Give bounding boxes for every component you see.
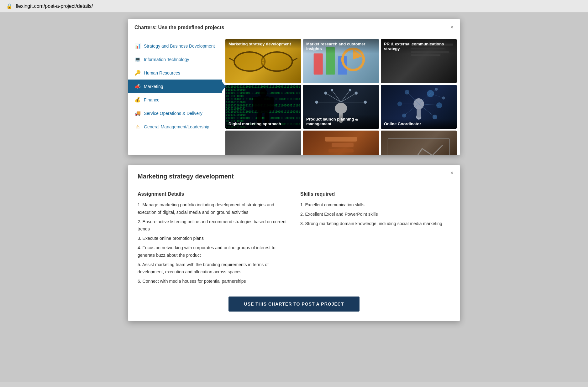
marketing-icon: 📣 — [134, 83, 141, 89]
nav-label-finance: Finance — [144, 97, 160, 102]
use-charter-button[interactable]: USE THIS CHARTER TO POST A PROJECT — [228, 297, 360, 312]
card-label-pr-comms: PR & external communications strategy — [381, 39, 457, 54]
nav-label-strategy: Strategy and Business Development — [144, 44, 215, 49]
nav-label-hr: Human Resources — [144, 70, 180, 75]
svg-line-29 — [341, 90, 350, 102]
finance-icon: 💰 — [134, 97, 141, 103]
svg-point-15 — [260, 89, 267, 97]
charters-modal: Charters: Use the predefined projects × … — [128, 19, 460, 155]
svg-point-35 — [349, 89, 351, 91]
modal-nav: 📊 Strategy and Business Development 💻 In… — [128, 36, 222, 155]
card-pr-comms[interactable]: PR & external communications strategy — [381, 39, 457, 83]
browser-url: flexingit.com/post-a-project/details/ — [16, 3, 93, 9]
modal-header: Charters: Use the predefined projects × — [128, 19, 460, 36]
card-label-market-research: Market research and customer insights — [303, 39, 379, 54]
svg-point-23 — [335, 103, 347, 114]
general-mgmt-icon: ⚠ — [134, 124, 141, 130]
hr-icon: 🔑 — [134, 70, 141, 76]
svg-line-24 — [326, 93, 341, 102]
strategy-icon: 📊 — [134, 43, 141, 49]
card-brand-marketing[interactable]: Brand marketing consultant — [303, 131, 379, 155]
assignment-section: Assignment Details 1. Manage marketing p… — [138, 191, 288, 287]
service-ops-icon: 🚚 — [134, 110, 141, 116]
assignment-section-title: Assignment Details — [138, 191, 288, 197]
svg-line-28 — [332, 90, 341, 102]
nav-item-general-mgmt[interactable]: ⚠ General Management/Leadership — [128, 120, 222, 133]
nav-label-it: Information Technology — [144, 57, 189, 62]
svg-point-33 — [364, 101, 367, 104]
svg-point-6 — [262, 53, 292, 70]
svg-rect-14 — [411, 54, 440, 56]
browser-bar: 🔒 flexingit.com/post-a-project/details/ — [0, 0, 588, 13]
svg-point-5 — [235, 53, 265, 70]
lock-icon: 🔒 — [6, 3, 13, 9]
svg-point-32 — [315, 101, 318, 104]
svg-rect-16 — [257, 96, 270, 113]
svg-line-25 — [341, 93, 356, 102]
svg-line-47 — [419, 104, 435, 117]
card-marketing-strategy[interactable]: Marketing strategy development — [225, 39, 301, 83]
card-consultant-comms[interactable]: Consultant Communications — [225, 131, 301, 155]
card-label-online-coordinator: Online Coordinator — [381, 119, 457, 129]
nav-item-finance[interactable]: 💰 Finance — [128, 93, 222, 106]
nav-item-service-ops[interactable]: 🚚 Service Operations & Delivery — [128, 106, 222, 120]
skills-details-text: 1. Excellent communication skills2. Exce… — [300, 201, 450, 227]
svg-rect-55 — [325, 137, 357, 142]
svg-rect-57 — [328, 149, 354, 152]
svg-rect-7 — [314, 54, 323, 75]
detail-close-button[interactable]: × — [450, 170, 454, 176]
svg-line-3 — [229, 58, 234, 61]
detail-columns: Assignment Details 1. Manage marketing p… — [138, 191, 450, 287]
svg-rect-58 — [388, 138, 449, 155]
svg-point-30 — [324, 92, 328, 95]
detail-modal: × Marketing strategy development Assignm… — [128, 165, 460, 321]
charter-cards-grid: Marketing strategy development Market r — [222, 36, 460, 155]
card-market-research[interactable]: Market research and customer insights — [303, 39, 379, 83]
svg-rect-18 — [269, 97, 274, 111]
nav-item-marketing[interactable]: 📣 Marketing — [128, 80, 222, 93]
skills-section: Skills required 1. Excellent communicati… — [300, 191, 450, 287]
card-digital-marketing[interactable]: 1011010010101101001010110100101011010010… — [225, 85, 301, 129]
modal-body: 📊 Strategy and Business Development 💻 In… — [128, 36, 460, 155]
svg-point-41 — [433, 115, 437, 119]
svg-line-48 — [407, 92, 419, 104]
svg-point-34 — [331, 89, 333, 91]
nav-label-service-ops: Service Operations & Delivery — [144, 111, 202, 116]
card-label-marketing-strategy: Marketing strategy development — [225, 39, 301, 49]
card-online-coordinator[interactable]: Online Coordinator — [381, 85, 457, 129]
svg-rect-17 — [253, 97, 257, 111]
skills-section-title: Skills required — [300, 191, 450, 197]
nav-label-marketing: Marketing — [144, 84, 163, 89]
svg-line-4 — [292, 58, 297, 61]
nav-item-hr[interactable]: 🔑 Human Resources — [128, 66, 222, 80]
detail-footer: USE THIS CHARTER TO POST A PROJECT — [138, 297, 450, 312]
card-growth-hacker[interactable]: Growth Hacker — [381, 131, 457, 155]
modal-close-button[interactable]: × — [450, 24, 454, 31]
nav-item-strategy[interactable]: 📊 Strategy and Business Development — [128, 39, 222, 53]
detail-modal-title: Marketing strategy development — [138, 173, 450, 185]
card-label-digital-marketing: Digital marketing approach — [225, 119, 301, 129]
modal-title: Charters: Use the predefined projects — [134, 25, 224, 30]
svg-rect-56 — [332, 143, 354, 147]
nav-label-general-mgmt: General Management/Leadership — [144, 124, 209, 129]
assignment-details-text: 1. Manage marketing portfolio including … — [138, 201, 288, 285]
svg-line-50 — [404, 104, 419, 116]
nav-item-it[interactable]: 💻 Information Technology — [128, 53, 222, 66]
card-label-product-launch: Product launch planning & management — [303, 114, 379, 129]
it-icon: 💻 — [134, 56, 141, 62]
svg-point-31 — [355, 92, 358, 95]
page-background: Charters: Use the predefined projects × … — [0, 13, 588, 382]
card-product-launch[interactable]: Product launch planning & management — [303, 85, 379, 129]
